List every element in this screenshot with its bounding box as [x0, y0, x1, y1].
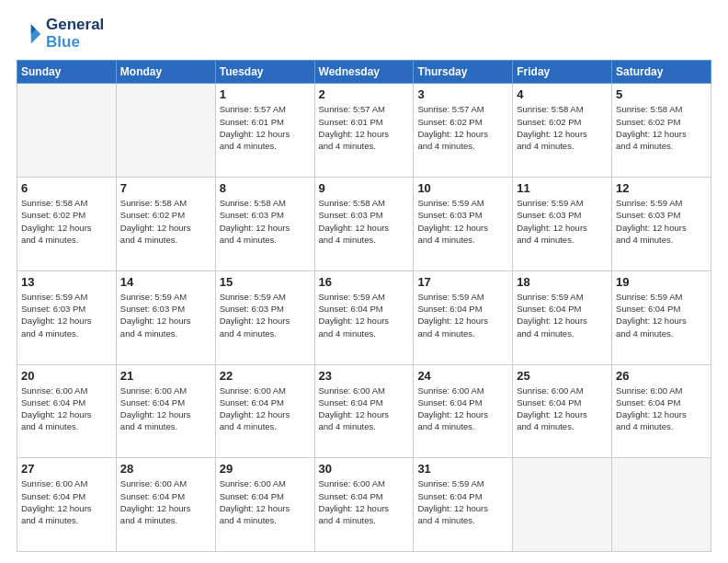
day-number: 3: [417, 87, 508, 101]
day-info: Sunrise: 6:00 AMSunset: 6:04 PMDaylight:…: [220, 385, 311, 433]
header: General Blue: [17, 17, 711, 51]
day-info: Sunrise: 5:57 AMSunset: 6:01 PMDaylight:…: [220, 103, 311, 152]
day-info: Sunrise: 6:00 AMSunset: 6:04 PMDaylight:…: [21, 385, 112, 433]
logo-icon: [17, 21, 42, 47]
weekday-header-tuesday: Tuesday: [215, 61, 314, 84]
day-number: 12: [616, 181, 707, 195]
day-info: Sunrise: 5:59 AMSunset: 6:03 PMDaylight:…: [220, 291, 311, 339]
calendar-cell: 19Sunrise: 5:59 AMSunset: 6:04 PMDayligh…: [612, 270, 711, 364]
calendar-cell: 26Sunrise: 6:00 AMSunset: 6:04 PMDayligh…: [612, 364, 711, 458]
day-number: 24: [417, 369, 508, 383]
calendar-cell: 15Sunrise: 5:59 AMSunset: 6:03 PMDayligh…: [215, 270, 314, 364]
calendar-cell: 8Sunrise: 5:58 AMSunset: 6:03 PMDaylight…: [215, 178, 314, 271]
day-info: Sunrise: 6:00 AMSunset: 6:04 PMDaylight:…: [120, 477, 211, 526]
weekday-header-friday: Friday: [513, 61, 612, 84]
calendar-cell: 14Sunrise: 5:59 AMSunset: 6:03 PMDayligh…: [116, 270, 215, 364]
day-number: 18: [517, 275, 608, 289]
weekday-header-monday: Monday: [116, 61, 215, 84]
day-number: 11: [517, 181, 608, 195]
calendar-cell: 25Sunrise: 6:00 AMSunset: 6:04 PMDayligh…: [513, 364, 612, 458]
calendar-cell: 16Sunrise: 5:59 AMSunset: 6:04 PMDayligh…: [314, 270, 414, 364]
day-number: 14: [120, 275, 211, 289]
day-info: Sunrise: 5:58 AMSunset: 6:02 PMDaylight:…: [517, 103, 608, 152]
day-info: Sunrise: 5:58 AMSunset: 6:02 PMDaylight:…: [616, 103, 707, 152]
calendar-cell: 2Sunrise: 5:57 AMSunset: 6:01 PMDaylight…: [314, 84, 414, 178]
day-info: Sunrise: 5:58 AMSunset: 6:03 PMDaylight:…: [319, 197, 410, 246]
calendar-cell: 1Sunrise: 5:57 AMSunset: 6:01 PMDaylight…: [215, 84, 314, 178]
calendar-cell: 9Sunrise: 5:58 AMSunset: 6:03 PMDaylight…: [314, 178, 414, 271]
day-info: Sunrise: 5:59 AMSunset: 6:03 PMDaylight:…: [120, 291, 211, 339]
day-info: Sunrise: 5:59 AMSunset: 6:04 PMDaylight:…: [616, 291, 707, 339]
day-number: 22: [220, 369, 311, 383]
day-number: 8: [220, 181, 311, 195]
day-number: 5: [616, 87, 707, 101]
day-number: 29: [220, 462, 311, 476]
day-info: Sunrise: 6:00 AMSunset: 6:04 PMDaylight:…: [517, 385, 608, 433]
weekday-header-saturday: Saturday: [612, 61, 711, 84]
calendar-cell: 31Sunrise: 5:59 AMSunset: 6:04 PMDayligh…: [414, 458, 513, 552]
weekday-header-wednesday: Wednesday: [314, 61, 414, 84]
day-info: Sunrise: 5:59 AMSunset: 6:04 PMDaylight:…: [319, 291, 410, 339]
calendar-week-0: 1Sunrise: 5:57 AMSunset: 6:01 PMDaylight…: [17, 84, 711, 178]
day-number: 9: [319, 181, 410, 195]
day-info: Sunrise: 5:59 AMSunset: 6:04 PMDaylight:…: [517, 291, 608, 339]
day-number: 16: [319, 275, 410, 289]
day-number: 21: [120, 369, 211, 383]
day-number: 30: [319, 462, 410, 476]
calendar-cell: 23Sunrise: 6:00 AMSunset: 6:04 PMDayligh…: [314, 364, 414, 458]
day-info: Sunrise: 5:59 AMSunset: 6:03 PMDaylight:…: [517, 197, 608, 246]
day-info: Sunrise: 5:59 AMSunset: 6:03 PMDaylight:…: [417, 197, 508, 246]
day-info: Sunrise: 5:58 AMSunset: 6:02 PMDaylight:…: [21, 197, 112, 246]
day-number: 10: [417, 181, 508, 195]
day-info: Sunrise: 6:00 AMSunset: 6:04 PMDaylight:…: [21, 477, 112, 526]
day-number: 19: [616, 275, 707, 289]
day-number: 6: [21, 181, 112, 195]
calendar-cell: 27Sunrise: 6:00 AMSunset: 6:04 PMDayligh…: [17, 458, 117, 552]
calendar-cell: 12Sunrise: 5:59 AMSunset: 6:03 PMDayligh…: [612, 178, 711, 271]
day-number: 17: [417, 275, 508, 289]
calendar-cell: 4Sunrise: 5:58 AMSunset: 6:02 PMDaylight…: [513, 84, 612, 178]
calendar-cell: 21Sunrise: 6:00 AMSunset: 6:04 PMDayligh…: [116, 364, 215, 458]
calendar-cell: 22Sunrise: 6:00 AMSunset: 6:04 PMDayligh…: [215, 364, 314, 458]
day-info: Sunrise: 6:00 AMSunset: 6:04 PMDaylight:…: [417, 385, 508, 433]
day-info: Sunrise: 6:00 AMSunset: 6:04 PMDaylight:…: [220, 477, 311, 526]
day-info: Sunrise: 5:58 AMSunset: 6:02 PMDaylight:…: [120, 197, 211, 246]
calendar-cell: 3Sunrise: 5:57 AMSunset: 6:02 PMDaylight…: [414, 84, 513, 178]
day-number: 27: [21, 462, 112, 476]
day-info: Sunrise: 5:59 AMSunset: 6:04 PMDaylight:…: [417, 477, 508, 526]
day-number: 2: [319, 87, 410, 101]
calendar-week-2: 13Sunrise: 5:59 AMSunset: 6:03 PMDayligh…: [17, 270, 711, 364]
calendar-cell: 18Sunrise: 5:59 AMSunset: 6:04 PMDayligh…: [513, 270, 612, 364]
day-number: 28: [120, 462, 211, 476]
day-number: 15: [220, 275, 311, 289]
day-number: 25: [517, 369, 608, 383]
calendar-cell: [513, 458, 612, 552]
day-number: 1: [220, 87, 311, 101]
day-number: 31: [417, 462, 508, 476]
day-info: Sunrise: 5:59 AMSunset: 6:03 PMDaylight:…: [21, 291, 112, 339]
calendar-cell: 7Sunrise: 5:58 AMSunset: 6:02 PMDaylight…: [116, 178, 215, 271]
calendar-cell: 11Sunrise: 5:59 AMSunset: 6:03 PMDayligh…: [513, 178, 612, 271]
day-info: Sunrise: 5:57 AMSunset: 6:01 PMDaylight:…: [319, 103, 410, 152]
calendar-cell: 6Sunrise: 5:58 AMSunset: 6:02 PMDaylight…: [17, 178, 117, 271]
day-info: Sunrise: 6:00 AMSunset: 6:04 PMDaylight:…: [616, 385, 707, 433]
day-number: 13: [21, 275, 112, 289]
weekday-header-sunday: Sunday: [17, 61, 117, 84]
day-info: Sunrise: 5:59 AMSunset: 6:04 PMDaylight:…: [417, 291, 508, 339]
calendar-cell: [17, 84, 117, 178]
weekday-header-thursday: Thursday: [414, 61, 513, 84]
calendar-week-4: 27Sunrise: 6:00 AMSunset: 6:04 PMDayligh…: [17, 458, 711, 552]
calendar-cell: 13Sunrise: 5:59 AMSunset: 6:03 PMDayligh…: [17, 270, 117, 364]
calendar-cell: 30Sunrise: 6:00 AMSunset: 6:04 PMDayligh…: [314, 458, 414, 552]
day-number: 23: [319, 369, 410, 383]
day-info: Sunrise: 6:00 AMSunset: 6:04 PMDaylight:…: [319, 477, 410, 526]
calendar-cell: 10Sunrise: 5:59 AMSunset: 6:03 PMDayligh…: [414, 178, 513, 271]
weekday-header-row: SundayMondayTuesdayWednesdayThursdayFrid…: [17, 61, 711, 84]
logo-text: General Blue: [46, 17, 104, 51]
calendar-table: SundayMondayTuesdayWednesdayThursdayFrid…: [17, 60, 711, 552]
calendar-cell: 28Sunrise: 6:00 AMSunset: 6:04 PMDayligh…: [116, 458, 215, 552]
calendar-cell: [116, 84, 215, 178]
day-info: Sunrise: 5:57 AMSunset: 6:02 PMDaylight:…: [417, 103, 508, 152]
calendar-week-1: 6Sunrise: 5:58 AMSunset: 6:02 PMDaylight…: [17, 178, 711, 271]
calendar-week-3: 20Sunrise: 6:00 AMSunset: 6:04 PMDayligh…: [17, 364, 711, 458]
